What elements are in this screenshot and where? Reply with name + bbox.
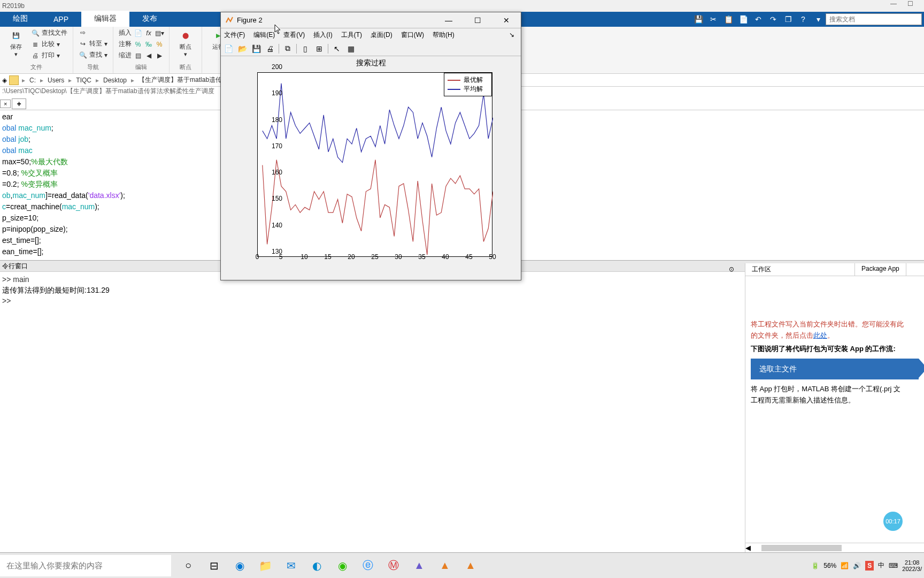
breadcrumb[interactable]: TIQC — [75, 77, 93, 84]
add-tab-button[interactable]: + — [12, 98, 26, 109]
redo-icon[interactable]: ↷ — [767, 13, 780, 26]
maximize-button[interactable]: ☐ — [467, 13, 488, 28]
app-title: R2019b — [2, 2, 25, 10]
edge-icon[interactable]: ◉ — [227, 554, 252, 577]
menu-window[interactable]: 窗口(W) — [401, 31, 424, 40]
app-icon[interactable]: ◐ — [304, 554, 329, 577]
outdent-icon: ◀ — [144, 51, 153, 60]
explorer-icon[interactable]: 📁 — [252, 554, 278, 577]
tab-app[interactable]: APP — [41, 12, 81, 27]
tab-package-app[interactable]: Package App — [855, 263, 906, 276]
pct2-icon: ‰ — [144, 40, 153, 49]
scroll-thumb[interactable] — [761, 545, 842, 551]
save-button[interactable]: 💾 保存▾ — [4, 28, 28, 58]
close-button[interactable]: ✕ — [496, 13, 517, 28]
x-tick-label: 15 — [324, 253, 331, 261]
indent-button[interactable]: 缩进 ▤◀▶ — [118, 50, 165, 60]
compare-button[interactable]: ≣比较 ▾ — [30, 39, 68, 49]
cut-icon[interactable]: ✂ — [707, 13, 720, 26]
insert-dropdown[interactable]: 插入📄fx▤▾ — [118, 28, 165, 38]
minimize-icon[interactable]: — — [890, 0, 897, 7]
windows-search-input[interactable] — [0, 555, 171, 576]
windows-icon[interactable]: ❐ — [782, 13, 795, 26]
mega-icon[interactable]: Ⓜ — [381, 554, 406, 577]
wifi-icon[interactable]: 📶 — [841, 562, 849, 569]
breakpoint-button[interactable]: ⬤ 断点▾ — [174, 28, 197, 58]
breadcrumb[interactable]: C: — [28, 77, 37, 84]
layout2-icon[interactable]: ⊞ — [314, 43, 325, 54]
mail-icon[interactable]: ✉ — [278, 554, 304, 577]
wechat-icon[interactable]: ◉ — [329, 554, 355, 577]
goto-dropdown[interactable]: ↪转至 ▾ — [78, 39, 109, 49]
help-icon[interactable]: ? — [797, 13, 810, 26]
sound-icon[interactable]: 🔊 — [853, 562, 861, 569]
tab-publish[interactable]: 发布 — [129, 11, 170, 27]
nav-back-icon[interactable]: ◈ — [2, 77, 7, 84]
menu-edit[interactable]: 编辑(E) — [253, 31, 275, 40]
matlab2-icon[interactable]: ▲ — [458, 554, 483, 577]
print-icon[interactable]: 🖨 — [265, 43, 275, 54]
error-text: 将工程文件写入当前文件夹时出错。您可能没有此 — [751, 320, 904, 328]
tab-editor[interactable]: 编辑器 — [81, 11, 129, 27]
app2-icon[interactable]: ▲ — [406, 554, 432, 577]
right-panel: 工作区 Package App 将工程文件写入当前文件夹时出错。您可能没有此 的… — [745, 263, 924, 552]
breadcrumb[interactable]: Users — [47, 77, 65, 84]
menu-insert[interactable]: 插入(I) — [313, 31, 332, 40]
plot-area: 搜索过程 最优解 平均解 200190180170160150140130 05… — [221, 56, 521, 280]
menu-view[interactable]: 查看(V) — [283, 31, 305, 40]
edit-group-label: 编辑 — [118, 63, 165, 72]
x-tick-label: 35 — [418, 253, 425, 261]
step-select-main[interactable]: 选取主文件 — [751, 359, 919, 379]
dock-icon[interactable]: ⧉ — [282, 43, 293, 54]
axes[interactable]: 最优解 平均解 — [257, 72, 492, 257]
indent2-icon: ▶ — [155, 51, 164, 60]
close-tab-button[interactable]: × — [0, 100, 11, 108]
new-icon[interactable]: 📄 — [223, 43, 234, 54]
taskview-icon[interactable]: ⊟ — [201, 554, 227, 577]
paste-icon[interactable]: 📄 — [737, 13, 750, 26]
save-icon[interactable]: 💾 — [251, 43, 261, 54]
maximize-icon[interactable]: ☐ — [907, 0, 913, 7]
tab-workspace[interactable]: 工作区 — [745, 263, 855, 276]
s-icon[interactable]: S — [865, 561, 874, 571]
save-icon[interactable]: 💾 — [692, 13, 705, 26]
menu-file[interactable]: 文件(F) — [224, 31, 245, 40]
keyboard-icon[interactable]: ⌨ — [889, 562, 898, 569]
expand-icon[interactable]: ⊙ — [729, 265, 734, 273]
breadcrumb[interactable]: 【生产调度】基于matlab遗传 — [137, 75, 223, 85]
workflow-heading: 下图说明了将代码打包为可安装 App 的工作流: — [751, 344, 919, 355]
comment-button[interactable]: 注释 %‰% — [118, 39, 165, 49]
find-files-button[interactable]: 🔍查找文件 — [30, 28, 68, 38]
find-button[interactable]: 🔍查找 ▾ — [78, 50, 109, 60]
print-button[interactable]: 🖨打印 ▾ — [30, 50, 68, 60]
matlab-icon[interactable]: ▲ — [432, 554, 458, 577]
dropdown-icon[interactable]: ▾ — [812, 13, 825, 26]
menu-desktop[interactable]: 桌面(D) — [371, 31, 392, 40]
layout1-icon[interactable]: ▯ — [300, 43, 311, 54]
pct3-icon: % — [155, 40, 164, 49]
tab-plot[interactable]: 绘图 — [0, 11, 41, 27]
search-input[interactable] — [826, 13, 922, 25]
minimize-button[interactable]: — — [438, 13, 459, 28]
battery-icon[interactable]: 🔋 — [811, 562, 819, 569]
menu-more-icon[interactable]: ↘ — [509, 31, 518, 39]
goto-button[interactable]: ⇨ — [78, 28, 109, 37]
figure-titlebar[interactable]: Figure 2 — ☐ ✕ — [221, 12, 521, 28]
open-icon[interactable]: 📂 — [237, 43, 248, 54]
link-here[interactable]: 此处 — [813, 331, 827, 339]
scroll-left-icon[interactable]: ◀ — [745, 544, 751, 552]
compare-icon: ≣ — [31, 40, 40, 49]
clock[interactable]: 21:08 2022/3/ — [902, 559, 922, 572]
legend[interactable]: 最优解 平均解 — [444, 73, 492, 96]
cortana-icon[interactable]: ○ — [175, 554, 201, 577]
ime-icon[interactable]: 中 — [878, 561, 884, 570]
ie-icon[interactable]: ⓔ — [355, 554, 381, 577]
undo-icon[interactable]: ↶ — [752, 13, 765, 26]
pointer-icon[interactable]: ↖ — [332, 43, 342, 54]
grid-icon[interactable]: ▦ — [345, 43, 356, 54]
menu-tools[interactable]: 工具(T) — [341, 31, 362, 40]
scrollbar[interactable]: ◀ — [745, 543, 924, 552]
copy-icon[interactable]: 📋 — [722, 13, 735, 26]
menu-help[interactable]: 帮助(H) — [433, 31, 455, 40]
breadcrumb[interactable]: Desktop — [102, 77, 128, 84]
